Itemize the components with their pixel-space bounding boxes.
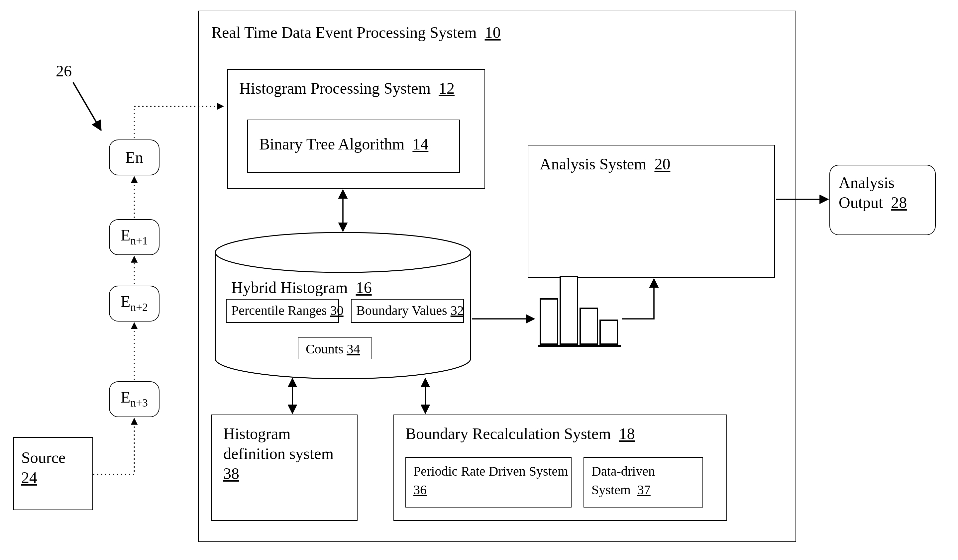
event-en1-box: En+1 [109,219,160,255]
cnt-title: Counts 34 [306,342,360,357]
prd-line1: Periodic Rate Driven System [413,464,568,479]
prd-num: 36 [413,482,427,498]
aout-line2: Output 28 [839,194,907,212]
hdef-num: 38 [223,465,239,483]
system-title: Real Time Data Event Processing System 1… [211,24,501,42]
event-en-label: En [125,149,143,166]
source-text: Source [21,449,65,467]
cyl-title: Hybrid Histogram 16 [231,279,372,297]
event-en2-label: En+2 [121,293,148,314]
bv-title: Boundary Values 32 [356,303,464,318]
event-en1-label: En+1 [121,226,148,248]
bta-title: Binary Tree Algorithm 14 [259,136,428,153]
bar-chart-icon [538,274,625,347]
event-en-box: En [109,139,160,176]
analysis-title: Analysis System 20 [540,155,670,173]
event-en3-box: En+3 [109,381,160,417]
dds-line2: System 37 [592,482,650,498]
hps-title: Histogram Processing System 12 [239,80,455,98]
pr-title: Percentile Ranges 30 [231,303,344,318]
hdef-line1: Histogram [223,425,291,443]
hdef-line2: definition system [223,445,334,463]
source-num: 24 [21,469,37,487]
svg-line-1 [73,82,101,130]
ref-26: 26 [56,62,72,81]
event-en2-box: En+2 [109,286,160,321]
dds-line1: Data-driven [592,464,655,479]
aout-line1: Analysis [839,174,895,192]
brs-title: Boundary Recalculation System 18 [405,425,635,443]
event-en3-label: En+3 [121,389,148,410]
